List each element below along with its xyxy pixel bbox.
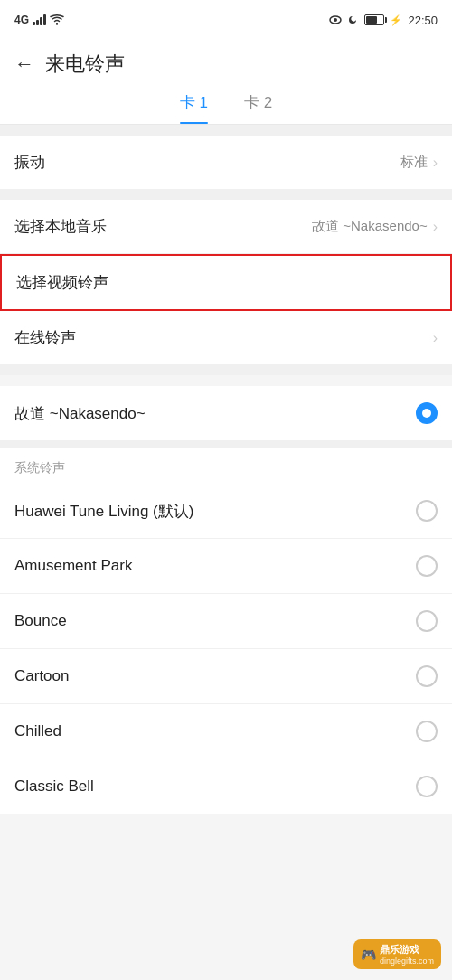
vibration-value-container: 标准 › xyxy=(400,154,438,171)
system-ringtones-label: 系统铃声 xyxy=(0,448,452,484)
ringtone-radio-0[interactable] xyxy=(416,500,438,522)
ringtone-item-2[interactable]: Bounce xyxy=(0,594,452,649)
section-gap-2 xyxy=(0,189,452,200)
online-ringtone-value-container: › xyxy=(433,330,438,346)
ringtone-radio-1[interactable] xyxy=(416,555,438,577)
watermark-icon: 🎮 xyxy=(361,947,376,962)
online-ringtone-item[interactable]: 在线铃声 › xyxy=(0,311,452,364)
selected-ringtone-section: 故道 ~Nakasendo~ xyxy=(0,386,452,440)
local-music-label: 选择本地音乐 xyxy=(14,216,107,237)
watermark-url: dinglegifts.com xyxy=(380,956,434,966)
section-gap-3 xyxy=(0,364,452,375)
charging-icon: ⚡ xyxy=(390,14,402,26)
wifi-icon xyxy=(50,14,64,25)
local-music-value-container: 故道 ~Nakasendo~ › xyxy=(312,218,438,235)
svg-point-0 xyxy=(56,23,58,24)
local-music-value: 故道 ~Nakasendo~ xyxy=(312,218,428,235)
options-section: 选择本地音乐 故道 ~Nakasendo~ › 选择视频铃声 在线铃声 › xyxy=(0,200,452,364)
eye-icon xyxy=(328,14,343,25)
watermark-brand: 鼎乐游戏 xyxy=(380,943,434,956)
battery-icon xyxy=(364,14,384,25)
ringtone-item-5[interactable]: Classic Bell xyxy=(0,759,452,814)
local-music-item[interactable]: 选择本地音乐 故道 ~Nakasendo~ › xyxy=(0,200,452,254)
status-bar: 4G ⚡ 22:50 xyxy=(0,0,452,40)
section-gap-1 xyxy=(0,125,452,136)
network-label: 4G xyxy=(14,14,29,26)
vibration-chevron: › xyxy=(433,155,438,171)
ringtone-radio-2[interactable] xyxy=(416,610,438,632)
signal-bars xyxy=(33,14,46,25)
section-gap-4 xyxy=(0,440,452,448)
time-display: 22:50 xyxy=(408,14,438,27)
battery-fill xyxy=(366,16,377,24)
tab-card2[interactable]: 卡 2 xyxy=(244,92,272,124)
status-left: 4G xyxy=(14,14,64,26)
local-music-chevron: › xyxy=(433,219,438,235)
watermark: 🎮 鼎乐游戏 dinglegifts.com xyxy=(353,939,441,969)
ringtone-radio-5[interactable] xyxy=(416,776,438,797)
page-title: 来电铃声 xyxy=(45,51,125,78)
selected-ringtone-label: 故道 ~Nakasendo~ xyxy=(14,403,146,424)
selected-ringtone-radio[interactable] xyxy=(416,402,438,424)
vibration-section: 振动 标准 › xyxy=(0,136,452,189)
svg-point-2 xyxy=(334,18,337,22)
ringtone-radio-3[interactable] xyxy=(416,665,438,687)
ringtone-item-0[interactable]: Huawei Tune Living (默认) xyxy=(0,484,452,539)
system-ringtones-section: 系统铃声 Huawei Tune Living (默认) Amusement P… xyxy=(0,448,452,814)
tabs-container: 卡 1 卡 2 xyxy=(0,78,452,125)
ringtone-item-1[interactable]: Amusement Park xyxy=(0,539,452,594)
tab-card1[interactable]: 卡 1 xyxy=(180,92,208,124)
status-right: ⚡ 22:50 xyxy=(328,14,438,27)
vibration-label: 振动 xyxy=(14,152,45,173)
ringtone-radio-4[interactable] xyxy=(416,721,438,742)
header: ← 来电铃声 xyxy=(0,40,452,78)
video-ringtone-label: 选择视频铃声 xyxy=(16,272,108,293)
back-button[interactable]: ← xyxy=(14,54,34,74)
vibration-value: 标准 xyxy=(400,154,428,171)
video-ringtone-item[interactable]: 选择视频铃声 xyxy=(0,254,452,311)
online-ringtone-label: 在线铃声 xyxy=(14,327,76,348)
ringtone-item-4[interactable]: Chilled xyxy=(0,704,452,759)
online-ringtone-chevron: › xyxy=(433,330,438,346)
moon-icon xyxy=(348,14,359,25)
selected-ringtone-item[interactable]: 故道 ~Nakasendo~ xyxy=(0,386,452,440)
ringtone-item-3[interactable]: Cartoon xyxy=(0,649,452,704)
vibration-item[interactable]: 振动 标准 › xyxy=(0,136,452,189)
